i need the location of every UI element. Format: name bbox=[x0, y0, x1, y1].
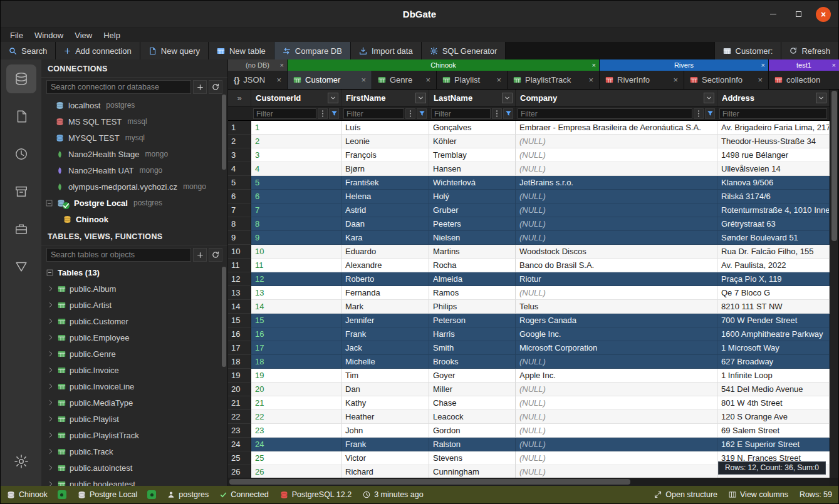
column-dropdown-icon[interactable] bbox=[816, 93, 826, 103]
cell-null[interactable]: (NULL) bbox=[516, 135, 717, 148]
cell-customerid[interactable]: 12 bbox=[251, 272, 341, 286]
toolbar-button-sql-generator[interactable]: SQL Generator bbox=[422, 42, 506, 59]
db-tab-group[interactable]: Chinook× bbox=[288, 59, 600, 71]
row-number[interactable]: 22 bbox=[228, 410, 251, 424]
table-row[interactable]: 2424FrankRalston(NULL)162 E Superior Str… bbox=[228, 438, 830, 451]
toolbar-button-compare-db[interactable]: Compare DB bbox=[274, 42, 351, 59]
table-row[interactable]: 1010EduardoMartinsWoodstock DiscosRua Dr… bbox=[228, 245, 830, 259]
cell[interactable]: Holý bbox=[429, 190, 516, 203]
chevron-right-icon[interactable] bbox=[48, 448, 54, 455]
connection-item[interactable]: olympus-medportal.vychozi.czmongo bbox=[41, 178, 227, 195]
close-icon[interactable]: × bbox=[673, 75, 678, 85]
activity-briefcase-button[interactable] bbox=[6, 215, 36, 244]
tables-search-input[interactable] bbox=[46, 248, 191, 262]
cell[interactable]: 627 Broadway bbox=[717, 355, 830, 369]
table-item[interactable]: public.booleantest bbox=[41, 476, 227, 486]
cell[interactable]: Richard bbox=[341, 465, 429, 478]
cell[interactable]: John bbox=[341, 424, 429, 438]
connection-item[interactable]: Nano2Health UATmongo bbox=[41, 162, 227, 178]
toolbar-button-new-table[interactable]: New table bbox=[209, 42, 274, 59]
filter-menu-icon[interactable] bbox=[492, 108, 502, 119]
filter-input[interactable] bbox=[343, 108, 404, 119]
table-item[interactable]: public.PlaylistTrack bbox=[41, 427, 227, 443]
cell-null[interactable]: (NULL) bbox=[516, 203, 717, 217]
cell-customerid[interactable]: 7 bbox=[251, 203, 341, 217]
table-item[interactable]: public.Album bbox=[41, 280, 227, 297]
table-item[interactable]: public.InvoiceLine bbox=[41, 378, 227, 394]
cell[interactable]: Jennifer bbox=[341, 314, 429, 327]
column-header-customerid[interactable]: CustomerId bbox=[251, 90, 341, 106]
column-header-lastname[interactable]: LastName bbox=[429, 90, 516, 106]
column-dropdown-icon[interactable] bbox=[415, 93, 426, 103]
cell-null[interactable]: (NULL) bbox=[516, 231, 717, 245]
cell[interactable]: Alexandre bbox=[341, 259, 429, 272]
settings-button[interactable] bbox=[6, 447, 36, 476]
cell[interactable]: 801 W 4th Street bbox=[717, 396, 830, 410]
table-item[interactable]: public.Customer bbox=[41, 313, 227, 329]
table-row[interactable]: 1313FernandaRamos(NULL)Qe 7 Bloco G bbox=[228, 286, 830, 300]
cell[interactable]: 700 W Pender Street bbox=[717, 314, 830, 327]
filter-menu-icon[interactable] bbox=[405, 108, 415, 119]
cell[interactable]: Eduardo bbox=[341, 245, 429, 259]
cell[interactable]: Rilská 3174/6 bbox=[717, 190, 830, 203]
row-number[interactable]: 23 bbox=[228, 424, 251, 438]
table-row[interactable]: 1818MichelleBrooks(NULL)627 Broadway bbox=[228, 355, 830, 369]
cell[interactable]: Av. Brigadeiro Faria Lima, 2170 bbox=[717, 121, 830, 135]
table-row[interactable]: 77AstridGruber(NULL)Rotenturmstraße 4, 1… bbox=[228, 203, 830, 217]
cell[interactable]: Woodstock Discos bbox=[516, 245, 717, 259]
row-number[interactable]: 10 bbox=[228, 245, 251, 259]
cell[interactable]: Theodor-Heuss-Straße 34 bbox=[717, 135, 830, 148]
cell-customerid[interactable]: 11 bbox=[251, 259, 341, 272]
add-table-icon[interactable] bbox=[193, 248, 207, 262]
menu-view[interactable]: View bbox=[69, 31, 98, 40]
table-item[interactable]: public.Track bbox=[41, 443, 227, 460]
cell[interactable]: 162 E Superior Street bbox=[717, 438, 830, 451]
close-icon[interactable]: × bbox=[496, 75, 501, 85]
cell[interactable]: Qe 7 Bloco G bbox=[717, 286, 830, 300]
cell[interactable]: Google Inc. bbox=[516, 327, 717, 341]
tab-genre[interactable]: Genre× bbox=[372, 71, 437, 89]
cell[interactable]: 120 S Orange Ave bbox=[717, 410, 830, 424]
minimize-button[interactable] bbox=[766, 7, 781, 22]
row-number[interactable]: 2 bbox=[228, 135, 251, 148]
connection-item[interactable]: Nano2Health Stagemongo bbox=[41, 146, 227, 162]
row-number[interactable]: 18 bbox=[228, 355, 251, 369]
chevron-right-icon[interactable] bbox=[48, 383, 54, 389]
chevron-right-icon[interactable] bbox=[48, 334, 54, 341]
table-row[interactable]: 1111AlexandreRochaBanco do Brasil S.A.Av… bbox=[228, 259, 830, 272]
cell-customerid[interactable]: 14 bbox=[251, 300, 341, 314]
cell[interactable]: 1 Infinite Loop bbox=[717, 369, 830, 383]
tab-playlisttrack[interactable]: PlaylistTrack× bbox=[508, 71, 600, 89]
cell-null[interactable]: (NULL) bbox=[516, 438, 717, 451]
cell[interactable]: Hansen bbox=[429, 162, 516, 176]
chevron-right-icon[interactable] bbox=[48, 481, 54, 486]
column-dropdown-icon[interactable] bbox=[704, 93, 714, 103]
toolbar-button-refresh[interactable]: Refresh bbox=[781, 42, 838, 59]
cell[interactable]: Frank bbox=[341, 327, 429, 341]
cell[interactable]: Rotenturmstraße 4, 1010 Innere Stadt bbox=[717, 203, 830, 217]
cell-customerid[interactable]: 17 bbox=[251, 341, 341, 355]
cell[interactable]: Martins bbox=[429, 245, 516, 259]
cell[interactable]: Ullevålsveien 14 bbox=[717, 162, 830, 176]
cell[interactable]: Peeters bbox=[429, 217, 516, 231]
sidebar-scrollbar-thumb[interactable] bbox=[222, 95, 226, 170]
close-icon[interactable]: × bbox=[588, 75, 593, 85]
filter-input[interactable] bbox=[719, 108, 827, 119]
activity-database-button[interactable] bbox=[6, 64, 36, 93]
cell[interactable]: Embraer - Empresa Brasileira de Aeronáut… bbox=[516, 121, 717, 135]
activity-file-button[interactable] bbox=[6, 102, 36, 131]
cell-customerid[interactable]: 4 bbox=[251, 162, 341, 176]
close-icon[interactable]: × bbox=[758, 75, 763, 85]
cell-null[interactable]: (NULL) bbox=[516, 383, 717, 396]
vertical-scrollbar-thumb[interactable] bbox=[831, 91, 837, 241]
tab-riverinfo[interactable]: RiverInfo× bbox=[600, 71, 684, 89]
table-row[interactable]: 55FrantišekWichterlováJetBrains s.r.o.Kl… bbox=[228, 176, 830, 190]
cell-customerid[interactable]: 19 bbox=[251, 369, 341, 383]
cell-customerid[interactable]: 23 bbox=[251, 424, 341, 438]
cell-customerid[interactable]: 22 bbox=[251, 410, 341, 424]
status-open-structure[interactable]: Open structure bbox=[654, 490, 717, 499]
table-item[interactable]: public.Artist bbox=[41, 297, 227, 313]
table-row[interactable]: 1414MarkPhilipsTelus8210 111 ST NW bbox=[228, 300, 830, 314]
column-dropdown-icon[interactable] bbox=[328, 93, 338, 103]
cell[interactable]: Jack bbox=[341, 341, 429, 355]
